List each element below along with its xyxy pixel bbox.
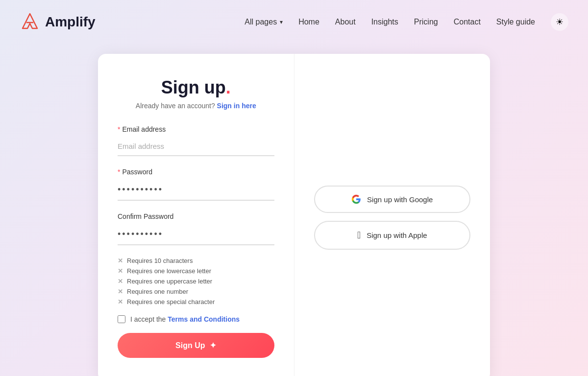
password-field-group: *Password (118, 168, 274, 201)
logo[interactable]: Amplify (20, 12, 96, 32)
terms-checkbox[interactable] (118, 315, 125, 323)
nav-contact[interactable]: Contact (454, 18, 481, 26)
confirm-password-label: Confirm Password (118, 212, 274, 220)
nav-home[interactable]: Home (298, 18, 319, 26)
nav-style-guide[interactable]: Style guide (496, 18, 535, 26)
form-title: Sign up. (118, 77, 274, 98)
navbar: Amplify All pages ▾ Home About Insights … (0, 0, 588, 44)
req-number: ✕ Requires one number (118, 288, 274, 295)
email-label: *Email address (118, 125, 274, 133)
password-requirements: ✕ Requires 10 characters ✕ Requires one … (118, 257, 274, 306)
email-input[interactable] (118, 137, 274, 156)
req-lowercase: ✕ Requires one lowercase letter (118, 267, 274, 275)
confirm-password-field-group: Confirm Password (118, 212, 274, 245)
req-special: ✕ Requires one special character (118, 298, 274, 306)
req-x-icon-5: ✕ (118, 298, 123, 306)
req-10-chars: ✕ Requires 10 characters (118, 257, 274, 264)
nav-insights[interactable]: Insights (371, 18, 398, 26)
terms-link[interactable]: Terms and Conditions (168, 315, 240, 323)
amplify-logo-icon (20, 12, 40, 32)
nav-links: All pages ▾ Home About Insights Pricing … (245, 13, 568, 31)
terms-text: I accept the Terms and Conditions (130, 315, 240, 323)
main-content: Sign up. Already have an account? Sign i… (0, 44, 588, 376)
nav-all-pages-label: All pages (245, 18, 277, 26)
password-label: *Password (118, 168, 274, 176)
apple-icon:  (357, 230, 361, 241)
logo-text: Amplify (45, 14, 96, 30)
req-x-icon-1: ✕ (118, 257, 123, 264)
required-star-password: * (118, 168, 120, 176)
req-x-icon-3: ✕ (118, 278, 123, 285)
sun-icon: ☀ (556, 17, 564, 27)
email-field-group: *Email address (118, 125, 274, 156)
theme-toggle-button[interactable]: ☀ (551, 13, 568, 31)
terms-row: I accept the Terms and Conditions (118, 315, 274, 323)
req-uppercase: ✕ Requires one uppercase letter (118, 278, 274, 285)
req-text-1: Requires 10 characters (127, 257, 193, 264)
chevron-down-icon: ▾ (280, 19, 283, 25)
google-signup-label: Sign up with Google (367, 195, 433, 204)
req-text-2: Requires one lowercase letter (127, 267, 211, 275)
google-icon (351, 194, 361, 204)
signin-link[interactable]: Sign in here (217, 102, 256, 110)
req-x-icon-4: ✕ (118, 288, 123, 295)
nav-about[interactable]: About (335, 18, 356, 26)
req-text-3: Requires one uppercase letter (127, 278, 212, 285)
signup-card: Sign up. Already have an account? Sign i… (98, 54, 490, 376)
nav-all-pages[interactable]: All pages ▾ (245, 18, 283, 26)
required-star-email: * (118, 125, 120, 133)
apple-signup-button[interactable]:  Sign up with Apple (314, 221, 471, 250)
password-input[interactable] (118, 180, 274, 201)
req-x-icon-2: ✕ (118, 267, 123, 275)
req-text-5: Requires one special character (127, 298, 215, 306)
google-signup-button[interactable]: Sign up with Google (314, 186, 471, 213)
signup-button[interactable]: Sign Up ✦ (118, 333, 274, 358)
nav-pricing[interactable]: Pricing (414, 18, 438, 26)
form-subtitle: Already have an account? Sign in here (118, 102, 274, 110)
apple-signup-label: Sign up with Apple (367, 231, 427, 239)
social-signup-panel: Sign up with Google  Sign up with Apple (294, 54, 490, 376)
signup-btn-label: Sign Up (175, 341, 205, 350)
req-text-4: Requires one number (127, 288, 188, 295)
confirm-password-input[interactable] (118, 224, 274, 245)
signup-btn-icon: ✦ (210, 341, 216, 350)
signup-form-panel: Sign up. Already have an account? Sign i… (98, 54, 294, 376)
title-dot: . (226, 77, 231, 97)
